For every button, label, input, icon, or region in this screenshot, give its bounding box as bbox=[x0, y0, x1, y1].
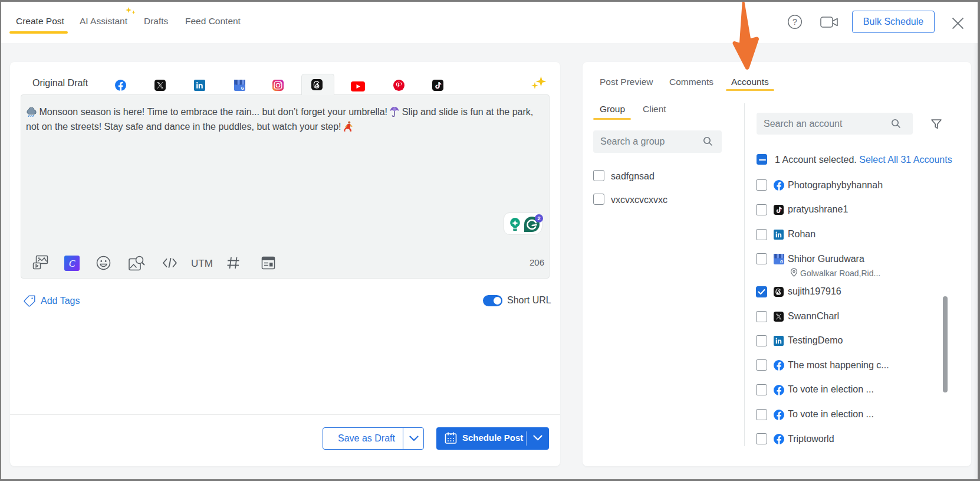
svg-text:G: G bbox=[241, 86, 244, 90]
svg-text:?: ? bbox=[792, 17, 797, 27]
svg-text:C: C bbox=[69, 259, 75, 269]
svg-text:2: 2 bbox=[537, 215, 540, 221]
svg-text:G: G bbox=[780, 260, 783, 264]
